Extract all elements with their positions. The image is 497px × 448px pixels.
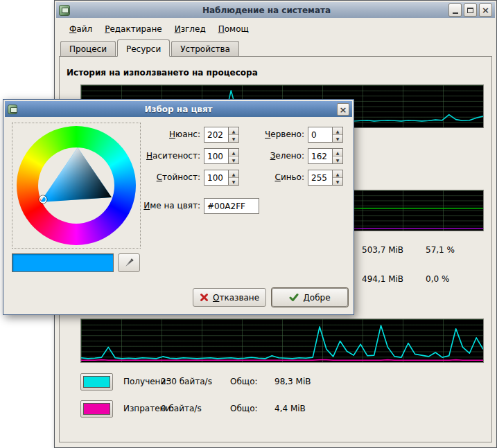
value-spin-up[interactable]: ▲ [229,170,238,177]
tab-resources[interactable]: Ресурси [117,39,170,57]
dialog-titlebar[interactable]: Избор на цвят × [5,101,352,117]
hue-value[interactable]: 202 [204,127,228,142]
menu-edit[interactable]: Редактиране [98,21,168,37]
sent-color-swatch [83,403,110,415]
color-preview [12,253,114,272]
memory-used-value: 503,7 MiB [362,245,403,255]
swap-used-value: 494,1 MiB [362,274,403,284]
green-value[interactable]: 162 [308,149,332,163]
eyedropper-button[interactable] [118,253,140,272]
close-icon: × [482,6,489,15]
saturation-value[interactable]: 100 [204,149,228,163]
ok-button[interactable]: Добре [272,288,348,307]
received-rate: 230 байта/s [161,377,212,386]
tab-bar: Процеси Ресурси Устройства [59,39,492,56]
color-name-input[interactable] [204,198,259,214]
blue-spin-up[interactable]: ▲ [333,170,342,177]
green-label: Зелено: [250,151,304,161]
minimize-icon [453,12,458,14]
menu-file[interactable]: Файл [63,21,98,37]
saturation-spin-down[interactable]: ▼ [229,156,238,163]
color-picker-dialog: Избор на цвят × [3,99,354,315]
value-value[interactable]: 100 [204,170,228,185]
cancel-button-label: Отказване [213,293,259,303]
maximize-button[interactable] [464,3,477,17]
blue-spinbox[interactable]: 255 ▲▼ [308,170,343,186]
dialog-title: Избор на цвят [24,105,333,114]
menu-bar: Файл Редактиране Изглед Помощ [58,20,494,37]
dialog-close-button[interactable]: × [337,103,349,116]
ok-button-label: Добре [303,293,330,303]
ok-icon [289,293,299,302]
cancel-button[interactable]: Отказване [193,288,266,307]
dialog-close-icon: × [340,105,347,114]
window-title: Наблюдение на системата [88,6,445,15]
blue-spin-down[interactable]: ▼ [333,177,342,185]
green-spin-up[interactable]: ▲ [333,149,342,156]
value-spin-down[interactable]: ▼ [229,177,238,185]
memory-used-percent: 57,1 % [426,245,455,255]
tab-processes[interactable]: Процеси [60,41,116,56]
saturation-spinbox[interactable]: 100 ▲▼ [204,148,239,164]
app-icon [59,5,70,16]
hue-spinbox[interactable]: 202 ▲▼ [204,127,239,143]
hue-spin-down[interactable]: ▼ [229,134,238,142]
menu-view[interactable]: Изглед [168,21,212,37]
maximize-icon [467,8,473,13]
sent-color-button[interactable] [80,400,113,418]
saturation-spin-up[interactable]: ▲ [229,149,238,156]
swap-used-percent: 0,0 % [426,274,449,284]
received-color-button[interactable] [80,373,113,391]
cpu-section-title: История на използването на процесора [67,68,258,78]
value-spinbox[interactable]: 100 ▲▼ [204,170,239,186]
received-total-label: Общо: [230,377,258,386]
triangle-black-shade [40,147,112,202]
sent-total-label: Общо: [230,404,258,413]
tab-devices[interactable]: Устройства [171,41,239,56]
red-label: Червено: [250,129,304,139]
red-value[interactable]: 0 [308,127,332,142]
color-name-label: Име на цвят: [128,201,200,210]
desktop: Наблюдение на системата × Файл Редактира… [0,0,497,448]
minimize-button[interactable] [448,3,462,17]
red-spinbox[interactable]: 0 ▲▼ [308,127,343,143]
main-titlebar[interactable]: Наблюдение на системата × [56,2,495,18]
blue-value[interactable]: 255 [308,170,332,185]
red-spin-down[interactable]: ▼ [333,134,342,142]
color-wheel-area [12,123,141,249]
green-spinbox[interactable]: 162 ▲▼ [308,148,343,164]
received-total: 98,3 MiB [274,377,311,386]
hsv-triangle[interactable] [17,126,136,245]
red-spin-up[interactable]: ▲ [333,127,342,134]
green-spin-down[interactable]: ▼ [333,156,342,163]
hue-spin-up[interactable]: ▲ [229,127,238,134]
close-button[interactable]: × [479,3,492,17]
blue-label: Синьо: [250,172,304,182]
eyedropper-icon [123,258,134,269]
cancel-icon [200,293,209,302]
menu-help[interactable]: Помощ [212,21,255,37]
dialog-icon [8,105,17,114]
network-history-chart [80,319,484,363]
sent-rate: 0 байта/s [161,404,202,413]
hue-label: Нюанс: [142,129,200,139]
value-label: Стойност: [142,172,200,182]
received-color-swatch [83,376,110,388]
saturation-label: Наситеност: [142,151,200,161]
sent-total: 4,4 MiB [274,404,306,413]
